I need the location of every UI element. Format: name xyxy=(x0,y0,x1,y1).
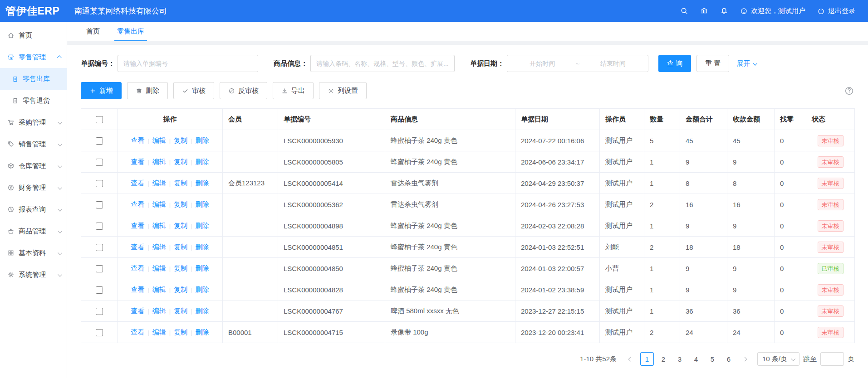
delete-link[interactable]: 删除 xyxy=(196,200,209,208)
edit-link[interactable]: 编辑 xyxy=(152,158,166,165)
row-checkbox[interactable] xyxy=(96,265,103,272)
view-link[interactable]: 查看 xyxy=(131,264,144,272)
jump-page-input[interactable] xyxy=(820,352,844,366)
unaudit-button[interactable]: 反审核 xyxy=(220,82,267,99)
add-button[interactable]: 新增 xyxy=(81,82,122,99)
view-link[interactable]: 查看 xyxy=(131,307,144,315)
copy-link[interactable]: 复制 xyxy=(174,136,187,144)
row-checkbox[interactable] xyxy=(96,308,103,315)
page-button-3[interactable]: 3 xyxy=(673,352,687,366)
page-button-6[interactable]: 6 xyxy=(722,352,736,366)
copy-link[interactable]: 复制 xyxy=(174,264,187,272)
view-link[interactable]: 查看 xyxy=(131,158,144,165)
copy-link[interactable]: 复制 xyxy=(174,286,187,293)
page-button-2[interactable]: 2 xyxy=(657,352,670,366)
edit-link[interactable]: 编辑 xyxy=(152,307,166,315)
doc-no-input[interactable] xyxy=(118,55,258,72)
edit-link[interactable]: 编辑 xyxy=(152,136,166,144)
view-link[interactable]: 查看 xyxy=(131,200,144,208)
sidebar-item-finance[interactable]: 财务管理 xyxy=(0,177,67,199)
cart-icon xyxy=(7,119,15,126)
sidebar-item-retail-outbound[interactable]: 零售出库 xyxy=(0,68,67,90)
edit-link[interactable]: 编辑 xyxy=(152,179,166,187)
bank-icon[interactable] xyxy=(700,7,708,15)
welcome-user[interactable]: 欢迎您，测试用户 xyxy=(740,7,805,15)
page-button-4[interactable]: 4 xyxy=(689,352,703,366)
document-icon xyxy=(12,97,19,104)
select-all-checkbox[interactable] xyxy=(96,116,103,123)
view-link[interactable]: 查看 xyxy=(131,286,144,293)
edit-link[interactable]: 编辑 xyxy=(152,264,166,272)
operator-cell: 测试用户 xyxy=(600,215,644,237)
delete-link[interactable]: 删除 xyxy=(196,264,209,272)
edit-link[interactable]: 编辑 xyxy=(152,286,166,293)
tab-home[interactable]: 首页 xyxy=(79,22,107,41)
tab-retail-outbound[interactable]: 零售出库 xyxy=(110,22,152,41)
delete-link[interactable]: 删除 xyxy=(196,307,209,315)
reset-button[interactable]: 重 置 xyxy=(696,55,729,72)
date-range-picker[interactable]: ~ xyxy=(507,55,648,72)
view-link[interactable]: 查看 xyxy=(131,136,144,144)
sidebar-item-basic-data[interactable]: 基本资料 xyxy=(0,242,67,264)
sidebar-item-retail[interactable]: 零售管理 xyxy=(0,46,67,68)
sidebar-item-system[interactable]: 系统管理 xyxy=(0,264,67,286)
qty-cell: 2 xyxy=(644,194,680,215)
page-button-5[interactable]: 5 xyxy=(706,352,719,366)
delete-link[interactable]: 删除 xyxy=(196,243,209,251)
bell-icon[interactable] xyxy=(720,7,728,15)
delete-link[interactable]: 删除 xyxy=(196,286,209,293)
delete-link[interactable]: 删除 xyxy=(196,222,209,229)
delete-link[interactable]: 删除 xyxy=(196,179,209,187)
audit-button[interactable]: 审核 xyxy=(173,82,214,99)
copy-link[interactable]: 复制 xyxy=(174,222,187,229)
column-settings-button[interactable]: 列设置 xyxy=(319,82,367,99)
row-checkbox[interactable] xyxy=(96,201,103,208)
expand-link[interactable]: 展开 xyxy=(736,59,756,68)
row-checkbox[interactable] xyxy=(96,223,103,230)
delete-link[interactable]: 删除 xyxy=(196,328,209,336)
search-button[interactable]: 查 询 xyxy=(658,55,691,72)
tab-home-label: 首页 xyxy=(86,27,100,36)
edit-link[interactable]: 编辑 xyxy=(152,222,166,229)
copy-link[interactable]: 复制 xyxy=(174,307,187,315)
delete-link[interactable]: 删除 xyxy=(196,158,209,165)
date-start-input[interactable] xyxy=(511,60,574,67)
row-checkbox[interactable] xyxy=(96,159,103,166)
copy-link[interactable]: 复制 xyxy=(174,179,187,187)
edit-link[interactable]: 编辑 xyxy=(152,200,166,208)
view-link[interactable]: 查看 xyxy=(131,179,144,187)
export-button[interactable]: 导出 xyxy=(273,82,314,99)
view-link[interactable]: 查看 xyxy=(131,222,144,229)
search-icon[interactable] xyxy=(680,7,688,15)
edit-link[interactable]: 编辑 xyxy=(152,328,166,336)
row-checkbox[interactable] xyxy=(96,329,103,336)
prev-page-button[interactable] xyxy=(625,352,637,366)
delete-link[interactable]: 删除 xyxy=(196,136,209,144)
row-checkbox[interactable] xyxy=(96,286,103,294)
row-checkbox[interactable] xyxy=(96,137,103,145)
next-page-button[interactable] xyxy=(739,352,751,366)
logout-button[interactable]: 退出登录 xyxy=(817,7,855,15)
copy-link[interactable]: 复制 xyxy=(174,158,187,165)
help-icon[interactable] xyxy=(844,86,854,96)
view-link[interactable]: 查看 xyxy=(131,243,144,251)
page-size-select[interactable]: 10 条/页 xyxy=(757,352,799,366)
copy-link[interactable]: 复制 xyxy=(174,243,187,251)
page-button-1[interactable]: 1 xyxy=(640,352,654,366)
row-checkbox[interactable] xyxy=(96,180,103,187)
sidebar-item-retail-return[interactable]: 零售退货 xyxy=(0,90,67,111)
view-link[interactable]: 查看 xyxy=(131,328,144,336)
sidebar-item-sales[interactable]: 销售管理 xyxy=(0,133,67,155)
sidebar-item-purchase[interactable]: 采购管理 xyxy=(0,111,67,133)
date-end-input[interactable] xyxy=(581,60,644,67)
copy-link[interactable]: 复制 xyxy=(174,328,187,336)
row-checkbox[interactable] xyxy=(96,244,103,251)
edit-link[interactable]: 编辑 xyxy=(152,243,166,251)
sidebar-item-home[interactable]: 首页 xyxy=(0,24,67,46)
delete-button[interactable]: 删除 xyxy=(127,82,168,99)
sidebar-item-products[interactable]: 商品管理 xyxy=(0,220,67,242)
copy-link[interactable]: 复制 xyxy=(174,200,187,208)
sidebar-item-reports[interactable]: 报表查询 xyxy=(0,199,67,220)
product-info-input[interactable] xyxy=(310,55,455,72)
sidebar-item-warehouse[interactable]: 仓库管理 xyxy=(0,155,67,177)
